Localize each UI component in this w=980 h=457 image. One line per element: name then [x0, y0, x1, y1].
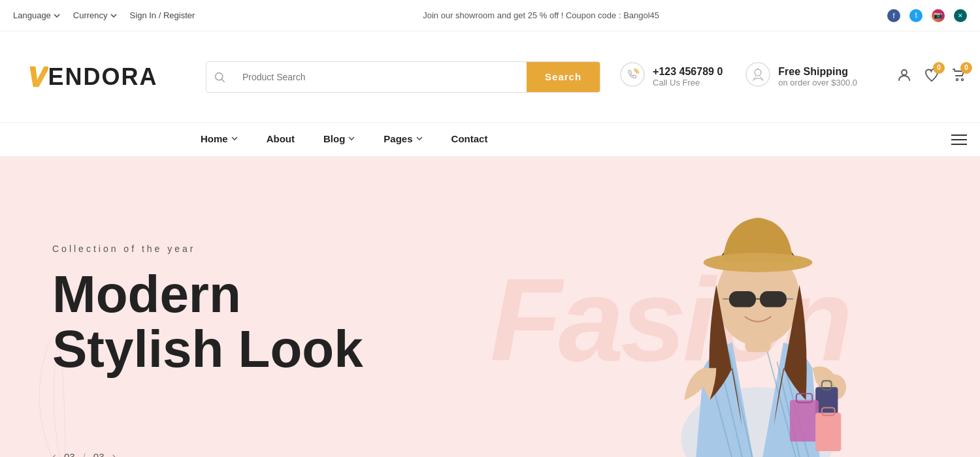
- shipping-text: Free Shipping on order over $300.0: [778, 66, 857, 87]
- search-bar: Search: [206, 61, 600, 93]
- language-dropdown[interactable]: Language: [13, 10, 60, 20]
- hero-subtitle: Collection of the year: [52, 244, 363, 254]
- instagram-icon[interactable]: 📷: [932, 9, 945, 22]
- nav-item-home[interactable]: Home: [186, 123, 252, 157]
- currency-dropdown[interactable]: Currency: [73, 10, 117, 20]
- logo-link[interactable]: V ENDORA: [28, 61, 157, 93]
- svg-point-7: [962, 78, 964, 80]
- phone-number: +123 456789 0: [653, 66, 723, 78]
- chevron-down-icon: [54, 12, 60, 19]
- chevron-down-icon: [110, 12, 117, 19]
- phone-icon: [620, 62, 645, 91]
- logo-text: ENDORA: [48, 63, 158, 91]
- phone-info: +123 456789 0 Call Us Free: [620, 62, 723, 91]
- search-input[interactable]: [233, 62, 527, 92]
- svg-rect-14: [760, 291, 787, 307]
- hero-section: Collection of the year Modern Stylish Lo…: [0, 157, 980, 457]
- nav-items: Home About Blog Pages Contact: [186, 123, 951, 157]
- user-icon: [896, 67, 912, 83]
- cart-badge: 0: [960, 62, 972, 74]
- nav-item-blog[interactable]: Blog: [309, 123, 369, 157]
- search-icon: [214, 72, 225, 82]
- hamburger-line: [951, 144, 967, 145]
- main-nav: Home About Blog Pages Contact: [0, 123, 980, 157]
- twitter-icon[interactable]: 𝕥: [909, 9, 923, 22]
- header: V ENDORA Search: [0, 31, 980, 123]
- hero-title-line1: Modern: [52, 267, 363, 322]
- shipping-title: Free Shipping: [778, 66, 857, 78]
- wishlist-button[interactable]: 0: [924, 67, 939, 87]
- search-icon-wrap: [206, 62, 233, 92]
- search-button[interactable]: Search: [527, 62, 600, 92]
- phone-text: +123 456789 0 Call Us Free: [653, 66, 723, 87]
- facebook-icon[interactable]: f: [887, 9, 900, 22]
- svg-rect-21: [790, 400, 819, 442]
- header-middle: Search +123 456789 0 Call Us Free: [186, 61, 877, 93]
- pagination-total: 03: [93, 451, 105, 457]
- svg-point-12: [704, 253, 813, 272]
- nav-item-contact[interactable]: Contact: [437, 123, 502, 157]
- xing-icon[interactable]: ✕: [954, 9, 967, 22]
- header-actions: 0 0: [877, 67, 967, 87]
- svg-rect-13: [729, 291, 756, 307]
- cart-button[interactable]: 0: [951, 67, 967, 87]
- hero-content: Collection of the year Modern Stylish Lo…: [0, 204, 416, 435]
- hero-title-line2: Stylish Look: [52, 322, 363, 377]
- svg-line-1: [222, 79, 225, 82]
- language-label: Language: [13, 10, 51, 20]
- top-bar-left: Language Currency Sign In / Register: [13, 10, 195, 20]
- call-label: Call Us Free: [653, 78, 723, 87]
- hamburger-line: [951, 134, 967, 136]
- pagination-next[interactable]: ›: [112, 450, 116, 457]
- wishlist-badge: 0: [933, 62, 945, 74]
- hero-title: Modern Stylish Look: [52, 267, 363, 377]
- logo-area: V ENDORA: [0, 61, 186, 93]
- promo-text: Join our showroom and get 25 % off ! Cou…: [195, 10, 887, 20]
- signin-link[interactable]: Sign In / Register: [130, 10, 195, 20]
- chevron-down-icon: [231, 136, 238, 141]
- nav-item-about[interactable]: About: [252, 123, 309, 157]
- pagination-prev[interactable]: ‹: [52, 450, 56, 457]
- svg-rect-23: [815, 413, 841, 451]
- logo-v: V: [28, 61, 48, 93]
- social-links: f 𝕥 📷 ✕: [887, 9, 967, 22]
- hamburger-menu[interactable]: [951, 134, 967, 145]
- svg-point-6: [956, 78, 958, 80]
- currency-label: Currency: [73, 10, 108, 20]
- nav-item-pages[interactable]: Pages: [369, 123, 436, 157]
- chevron-down-icon: [416, 136, 423, 141]
- shipping-sub: on order over $300.0: [778, 78, 857, 87]
- hero-figure-svg: [601, 170, 915, 457]
- svg-point-3: [746, 63, 770, 86]
- hero-image: [588, 163, 928, 457]
- svg-point-2: [621, 63, 644, 86]
- hero-pagination: ‹ 03 / 03 ›: [52, 450, 116, 457]
- top-bar: Language Currency Sign In / Register Joi…: [0, 0, 980, 31]
- shipping-info: Free Shipping on order over $300.0: [745, 62, 857, 91]
- svg-point-5: [902, 70, 907, 75]
- shipping-icon: [745, 62, 770, 91]
- header-info: +123 456789 0 Call Us Free Fr: [620, 62, 857, 91]
- chevron-down-icon: [348, 136, 355, 141]
- pagination-current: 03: [64, 451, 75, 457]
- pagination-separator: /: [83, 451, 86, 457]
- hamburger-line: [951, 139, 967, 140]
- svg-point-4: [755, 69, 761, 76]
- account-button[interactable]: [896, 67, 912, 87]
